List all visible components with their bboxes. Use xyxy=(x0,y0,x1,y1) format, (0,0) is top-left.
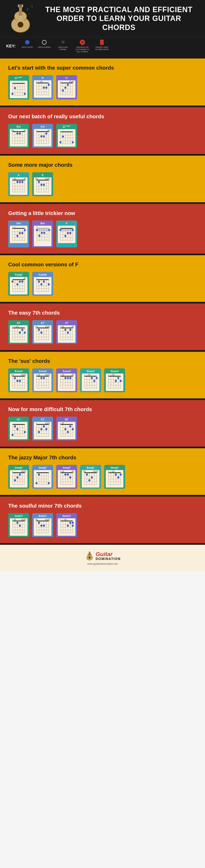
separator-9 xyxy=(0,446,205,448)
kill-string-symbol xyxy=(79,39,86,45)
svg-point-375 xyxy=(14,425,16,427)
svg-text:✕: ✕ xyxy=(86,374,88,376)
svg-point-29 xyxy=(24,93,26,95)
svg-point-160 xyxy=(16,235,19,237)
chord-gmaj7: Gmaj7 xyxy=(32,465,53,489)
section-difficult-7th-title: Now for more difficult 7th chords xyxy=(8,406,197,412)
chord-g-rock-2-diagram xyxy=(58,129,75,147)
svg-point-157 xyxy=(24,229,26,231)
svg-point-376 xyxy=(24,431,26,433)
svg-text:✕: ✕ xyxy=(12,226,13,228)
svg-point-212 xyxy=(21,280,23,283)
finger-icon xyxy=(100,40,104,45)
section-trickier-title: Getting a little trickier now xyxy=(8,210,197,216)
svg-point-44 xyxy=(41,81,42,83)
svg-point-47 xyxy=(43,87,45,89)
svg-point-360 xyxy=(112,374,114,376)
svg-point-475 xyxy=(96,471,98,472)
svg-point-178 xyxy=(43,232,45,234)
chord-gmaj7-label: Gmaj7 xyxy=(34,466,52,469)
svg-point-529 xyxy=(43,525,45,527)
svg-rect-162 xyxy=(37,228,49,228)
chord-cmaj7-diagram: ✕ xyxy=(10,470,28,488)
svg-point-195 xyxy=(64,235,66,237)
x-icon: ✕ xyxy=(61,39,65,45)
chord-dsus2: Dsus2 ✕ ✕ xyxy=(80,368,101,392)
section-versions-f: Cool common versions of F Fmaj7 xyxy=(0,255,205,302)
chord-g: G"rock" xyxy=(8,75,29,99)
svg-point-547 xyxy=(72,525,74,527)
svg-point-292 xyxy=(22,374,23,376)
svg-text:✕: ✕ xyxy=(60,326,61,328)
section-super-common: Let's start with the super common chords… xyxy=(0,59,205,105)
chord-am-label: Am xyxy=(34,125,52,128)
footer-url: www.guitardomination.net xyxy=(87,562,118,565)
chord-dsus4: Dsus4 ✕ ✕ xyxy=(104,368,125,392)
chord-fmaj7: Fmaj7 xyxy=(8,272,29,296)
open-string-label: OPEN STRING xyxy=(38,46,50,49)
chord-d7: D7 ✕ ✕ xyxy=(8,320,29,344)
svg-point-28 xyxy=(11,93,13,95)
chord-g7-label: G7 xyxy=(10,418,28,421)
chord-amaj7-label: Amaj7 xyxy=(58,466,75,469)
svg-point-46 xyxy=(45,87,47,89)
svg-point-327 xyxy=(64,377,66,379)
header: ♪ ♫ ♪ THE MOST PRACTICAL AND EFFICIENT O… xyxy=(0,0,205,37)
svg-point-176 xyxy=(48,229,50,231)
chord-e-label: E xyxy=(34,174,52,177)
svg-point-409 xyxy=(62,423,64,424)
svg-point-142 xyxy=(40,184,42,186)
chord-amin7: Amin7 ✕ xyxy=(8,513,29,537)
svg-point-30 xyxy=(14,87,16,89)
chord-esus4-diagram xyxy=(10,374,28,391)
chord-am: Am ✕ xyxy=(32,124,53,148)
svg-point-276 xyxy=(64,329,66,331)
svg-point-461 xyxy=(69,476,71,478)
svg-point-526 xyxy=(48,519,49,521)
chord-esus4: Esus4 xyxy=(8,368,29,392)
easy-7th-chords-row: D7 ✕ ✕ xyxy=(8,320,197,344)
chord-dmin7: Dmin7 ✕ ✕ xyxy=(56,513,77,537)
svg-point-92 xyxy=(48,130,49,131)
section-super-common-title: Let's start with the super common chords xyxy=(8,65,197,71)
chord-bm-diagram: 2fr ✕ xyxy=(34,226,52,246)
svg-text:✕: ✕ xyxy=(36,423,37,424)
chord-amin7-diagram: ✕ xyxy=(10,518,28,536)
chord-c: C ✕ xyxy=(56,75,77,99)
chord-fmaj7-diagram xyxy=(10,277,28,294)
unplayed-label: UNPLAYED STRING xyxy=(56,46,70,51)
chord-c-diagram: ✕ xyxy=(58,80,75,98)
svg-rect-551 xyxy=(89,552,90,555)
svg-text:✕: ✕ xyxy=(36,278,37,279)
svg-point-394 xyxy=(40,428,42,430)
svg-point-79 xyxy=(16,132,19,134)
svg-point-257 xyxy=(36,326,37,328)
guitar-logo-icon xyxy=(84,551,95,561)
svg-point-494 xyxy=(120,473,122,475)
footer-logo-text: Guitar DOMINATION xyxy=(96,551,121,561)
chord-dm: Dm ✕ ✕ xyxy=(8,221,29,247)
svg-point-328 xyxy=(67,377,69,379)
svg-point-3 xyxy=(18,22,23,28)
guitar-illustration: ♪ ♫ ♪ xyxy=(6,4,39,33)
back-of-finger-icon xyxy=(80,40,85,45)
separator-4 xyxy=(0,202,205,204)
svg-point-159 xyxy=(21,232,23,234)
svg-text:✕: ✕ xyxy=(36,226,37,228)
svg-point-412 xyxy=(67,431,69,433)
section-jazzy-major7-title: The jazzy Major 7th chords xyxy=(8,455,197,461)
svg-point-208 xyxy=(24,278,26,279)
svg-rect-80 xyxy=(36,131,49,132)
svg-point-308 xyxy=(38,374,40,376)
svg-point-429 xyxy=(16,476,19,478)
svg-point-509 xyxy=(22,519,23,521)
svg-text:✕: ✕ xyxy=(60,423,61,424)
svg-point-76 xyxy=(12,130,13,131)
svg-point-411 xyxy=(64,428,66,430)
svg-point-310 xyxy=(48,374,49,376)
chord-esus4-label: Esus4 xyxy=(10,370,28,373)
chord-a: A ✕ xyxy=(8,172,29,196)
svg-point-93 xyxy=(45,132,47,134)
svg-rect-431 xyxy=(36,472,49,473)
svg-text:✕: ✕ xyxy=(60,519,61,521)
